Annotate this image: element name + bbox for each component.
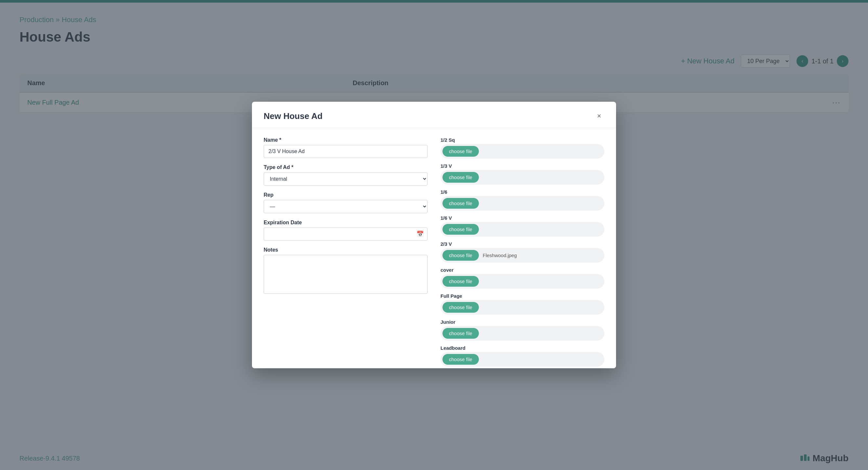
close-button[interactable]: × [594, 111, 604, 121]
choose-file-button-5[interactable]: choose file [442, 276, 479, 287]
right-column: 1/2 Sqchoose file1/3 Vchoose file1/6choo… [440, 137, 604, 367]
file-section-2-3-v: 2/3 Vchoose fileFleshwood.jpeg [440, 241, 604, 263]
file-label-1: 1/3 V [440, 163, 604, 169]
rep-select[interactable]: — [264, 200, 428, 213]
name-field-group: Name * [264, 137, 428, 158]
choose-file-button-3[interactable]: choose file [442, 224, 479, 235]
file-section-1-3-v: 1/3 Vchoose file [440, 163, 604, 185]
file-input-row-0: choose file [440, 144, 604, 159]
file-label-3: 1/6 V [440, 215, 604, 221]
expiration-input[interactable] [264, 227, 428, 241]
file-input-row-8: choose file [440, 352, 604, 367]
file-label-8: Leadboard [440, 345, 604, 351]
expiration-field-group: Expiration Date 📅 [264, 220, 428, 241]
file-label-6: Full Page [440, 293, 604, 299]
modal-overlay: New House Ad × Name * Type of Ad * Inter… [0, 0, 868, 470]
name-label: Name * [264, 137, 428, 143]
file-input-row-2: choose file [440, 196, 604, 211]
rep-label: Rep [264, 192, 428, 198]
modal-title: New House Ad [264, 111, 322, 121]
calendar-icon: 📅 [416, 230, 424, 238]
new-house-ad-modal: New House Ad × Name * Type of Ad * Inter… [252, 102, 616, 368]
file-section-1-6: 1/6choose file [440, 189, 604, 211]
file-section-full-page: Full Pagechoose file [440, 293, 604, 315]
file-label-5: cover [440, 267, 604, 273]
file-section-junior: Juniorchoose file [440, 319, 604, 341]
modal-header: New House Ad × [252, 102, 616, 128]
file-input-row-5: choose file [440, 274, 604, 289]
choose-file-button-6[interactable]: choose file [442, 302, 479, 313]
file-section-leadboard: Leadboardchoose file [440, 345, 604, 367]
notes-textarea[interactable] [264, 255, 428, 294]
notes-field-group: Notes [264, 247, 428, 294]
type-label: Type of Ad * [264, 164, 428, 170]
choose-file-button-0[interactable]: choose file [442, 146, 479, 157]
type-select[interactable]: Internal External [264, 172, 428, 186]
file-input-row-3: choose file [440, 222, 604, 237]
modal-body: Name * Type of Ad * Internal External Re… [252, 128, 616, 368]
choose-file-button-4[interactable]: choose file [442, 250, 479, 261]
left-column: Name * Type of Ad * Internal External Re… [264, 137, 428, 367]
file-input-row-1: choose file [440, 170, 604, 185]
type-field-group: Type of Ad * Internal External [264, 164, 428, 186]
file-label-2: 1/6 [440, 189, 604, 195]
choose-file-button-2[interactable]: choose file [442, 198, 479, 209]
date-wrapper: 📅 [264, 227, 428, 241]
choose-file-button-8[interactable]: choose file [442, 354, 479, 365]
rep-field-group: Rep — [264, 192, 428, 213]
file-label-7: Junior [440, 319, 604, 325]
name-input[interactable] [264, 145, 428, 158]
file-section-1-2-sq: 1/2 Sqchoose file [440, 137, 604, 159]
choose-file-button-7[interactable]: choose file [442, 328, 479, 339]
file-input-row-4: choose fileFleshwood.jpeg [440, 248, 604, 263]
file-name-4: Fleshwood.jpeg [482, 253, 517, 258]
file-section-cover: coverchoose file [440, 267, 604, 289]
file-input-row-6: choose file [440, 300, 604, 315]
file-section-1-6-v: 1/6 Vchoose file [440, 215, 604, 237]
expiration-label: Expiration Date [264, 220, 428, 226]
file-label-4: 2/3 V [440, 241, 604, 247]
choose-file-button-1[interactable]: choose file [442, 172, 479, 183]
notes-label: Notes [264, 247, 428, 253]
file-input-row-7: choose file [440, 326, 604, 341]
file-label-0: 1/2 Sq [440, 137, 604, 143]
